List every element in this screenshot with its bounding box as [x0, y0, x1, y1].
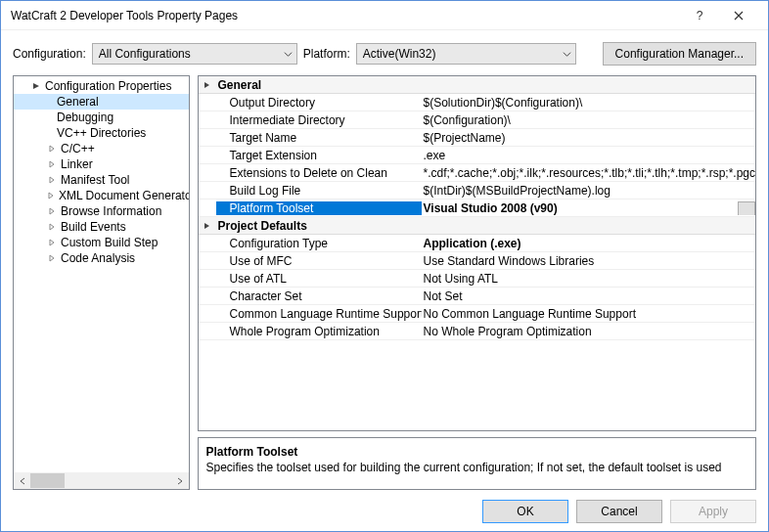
help-property-desc: Specifies the toolset used for building … — [206, 460, 747, 475]
apply-button: Apply — [670, 500, 756, 523]
tree-item-custom-build-step[interactable]: Custom Build Step — [14, 235, 189, 250]
property-name: Configuration Type — [216, 237, 422, 250]
configuration-select[interactable]: All Configurations — [92, 43, 297, 65]
tree-scrollbar[interactable] — [14, 472, 189, 489]
scroll-left-icon[interactable] — [14, 472, 30, 489]
tree-item-c-c-[interactable]: C/C++ — [14, 141, 189, 156]
tree-root[interactable]: Configuration Properties — [14, 78, 189, 94]
property-value[interactable]: $(Configuration)\ — [422, 113, 755, 127]
tree-list[interactable]: Configuration Properties GeneralDebuggin… — [14, 76, 189, 472]
tree-item-build-events[interactable]: Build Events — [14, 219, 189, 235]
tree-item-xml-document-generator[interactable]: XML Document Generator — [14, 188, 189, 203]
tree-item-label: Debugging — [57, 111, 113, 124]
property-value[interactable]: Application (.exe) — [422, 237, 755, 250]
tree-item-label: XML Document Generator — [59, 189, 189, 202]
help-icon: ? — [697, 9, 703, 22]
property-name: Extensions to Delete on Clean — [216, 166, 422, 180]
collapse-icon[interactable] — [199, 80, 216, 89]
dropdown-button[interactable] — [738, 201, 755, 215]
tree-item-browse-information[interactable]: Browse Information — [14, 203, 189, 219]
help-property-name: Platform Toolset — [206, 444, 747, 460]
tree-item-label: General — [57, 95, 99, 109]
property-name: Build Log File — [216, 184, 422, 198]
property-row[interactable]: Target Name$(ProjectName) — [199, 129, 755, 147]
property-grid-body[interactable]: GeneralOutput Directory$(SolutionDir)$(C… — [199, 76, 755, 430]
property-group[interactable]: Project Defaults — [199, 217, 755, 235]
tree-item-manifest-tool[interactable]: Manifest Tool — [14, 172, 189, 188]
titlebar: WatCraft 2 Developer Tools Property Page… — [1, 1, 768, 30]
collapse-icon[interactable] — [31, 81, 41, 91]
property-row[interactable]: Output Directory$(SolutionDir)$(Configur… — [199, 94, 755, 111]
configuration-value: All Configurations — [99, 47, 191, 61]
property-name: Whole Program Optimization — [216, 325, 422, 338]
property-value[interactable]: $(ProjectName) — [422, 131, 755, 145]
right-panel: GeneralOutput Directory$(SolutionDir)$(C… — [198, 75, 756, 490]
property-row[interactable]: Use of MFCUse Standard Windows Libraries — [199, 252, 755, 270]
expand-icon[interactable] — [47, 175, 57, 185]
property-name: Common Language Runtime Support — [216, 307, 422, 321]
property-value[interactable]: Use Standard Windows Libraries — [422, 254, 755, 268]
expand-icon[interactable] — [47, 191, 55, 200]
property-row[interactable]: Whole Program OptimizationNo Whole Progr… — [199, 323, 755, 340]
property-row[interactable]: Intermediate Directory$(Configuration)\ — [199, 111, 755, 129]
property-row[interactable]: Use of ATLNot Using ATL — [199, 270, 755, 288]
property-row[interactable]: Platform ToolsetVisual Studio 2008 (v90) — [199, 200, 755, 217]
configuration-manager-button[interactable]: Configuration Manager... — [603, 42, 756, 66]
scroll-right-icon[interactable] — [172, 472, 189, 489]
content: Configuration Properties GeneralDebuggin… — [1, 75, 768, 490]
tree-item-code-analysis[interactable]: Code Analysis — [14, 250, 189, 266]
property-row[interactable]: Character SetNot Set — [199, 288, 755, 305]
tree-item-general[interactable]: General — [14, 94, 189, 110]
tree-item-label: Browse Information — [61, 204, 161, 218]
property-row[interactable]: Configuration TypeApplication (.exe) — [199, 235, 755, 252]
expand-icon[interactable] — [47, 159, 57, 169]
property-value[interactable]: Not Set — [422, 289, 755, 303]
property-value[interactable]: .exe — [422, 149, 755, 162]
tree-item-vc-directories[interactable]: VC++ Directories — [14, 125, 189, 141]
expand-icon[interactable] — [47, 144, 57, 154]
cancel-button[interactable]: Cancel — [576, 500, 662, 523]
scrollbar-thumb[interactable] — [30, 473, 65, 488]
property-value[interactable]: *.cdf;*.cache;*.obj;*.ilk;*.resources;*.… — [422, 166, 755, 180]
property-name: Output Directory — [216, 96, 422, 110]
help-button[interactable]: ? — [680, 1, 719, 30]
platform-value: Active(Win32) — [363, 47, 436, 61]
expand-icon[interactable] — [47, 238, 57, 247]
tree-item-linker[interactable]: Linker — [14, 156, 189, 172]
property-value[interactable]: No Common Language Runtime Support — [422, 307, 755, 321]
ok-button[interactable]: OK — [482, 500, 568, 523]
property-value[interactable]: No Whole Program Optimization — [422, 325, 755, 338]
tree-item-label: Linker — [61, 157, 93, 171]
property-value[interactable]: Visual Studio 2008 (v90) — [422, 201, 755, 215]
configuration-manager-label: Configuration Manager... — [615, 47, 744, 61]
property-value[interactable]: $(IntDir)$(MSBuildProjectName).log — [422, 184, 755, 198]
tree-item-label: Code Analysis — [61, 251, 135, 265]
platform-label: Platform: — [303, 47, 350, 61]
property-row[interactable]: Target Extension.exe — [199, 147, 755, 164]
property-row[interactable]: Extensions to Delete on Clean*.cdf;*.cac… — [199, 164, 755, 182]
expand-icon[interactable] — [47, 222, 57, 232]
tree-item-debugging[interactable]: Debugging — [14, 110, 189, 125]
property-row[interactable]: Common Language Runtime SupportNo Common… — [199, 305, 755, 323]
property-group[interactable]: General — [199, 76, 755, 94]
platform-select[interactable]: Active(Win32) — [356, 43, 576, 65]
property-name: Use of ATL — [216, 272, 422, 286]
expand-icon[interactable] — [47, 253, 57, 263]
tree-item-label: Manifest Tool — [61, 173, 129, 187]
property-value[interactable]: Not Using ATL — [422, 272, 755, 286]
property-row[interactable]: Build Log File$(IntDir)$(MSBuildProjectN… — [199, 182, 755, 200]
window-title: WatCraft 2 Developer Tools Property Page… — [11, 9, 680, 22]
property-name: Target Name — [216, 131, 422, 145]
tree-item-label: C/C++ — [61, 142, 95, 155]
chevron-down-icon — [284, 48, 293, 62]
collapse-icon[interactable] — [199, 221, 216, 230]
tree-item-label: Custom Build Step — [61, 236, 158, 249]
close-button[interactable] — [719, 1, 758, 30]
help-panel: Platform Toolset Specifies the toolset u… — [198, 437, 756, 490]
property-value[interactable]: $(SolutionDir)$(Configuration)\ — [422, 96, 755, 110]
property-name: Intermediate Directory — [216, 113, 422, 127]
group-name: Project Defaults — [216, 219, 307, 233]
property-name: Platform Toolset — [216, 201, 422, 215]
tree-root-label: Configuration Properties — [45, 79, 171, 93]
expand-icon[interactable] — [47, 206, 57, 216]
